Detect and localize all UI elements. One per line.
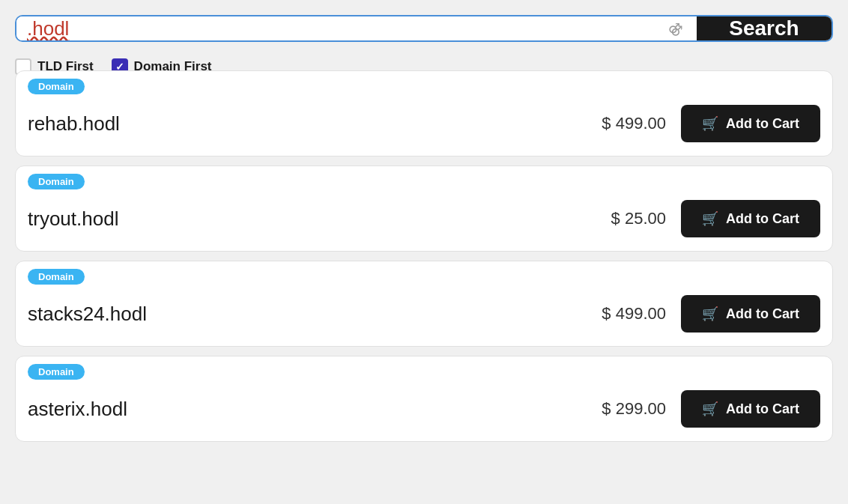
card-content: tryout.hodl $ 25.00 🛒 Add to Cart <box>16 189 832 251</box>
add-to-cart-button[interactable]: 🛒 Add to Cart <box>681 295 820 333</box>
add-to-cart-label: Add to Cart <box>726 116 799 132</box>
price: $ 25.00 <box>611 209 666 228</box>
add-to-cart-button[interactable]: 🛒 Add to Cart <box>681 105 820 142</box>
search-input[interactable] <box>27 17 665 40</box>
card-content: stacks24.hodl $ 499.00 🛒 Add to Cart <box>16 285 832 346</box>
badge-row: Domain <box>16 356 832 380</box>
search-input-wrapper: ⚣ <box>16 16 697 40</box>
domain-name: tryout.hodl <box>28 207 118 231</box>
add-to-cart-button[interactable]: 🛒 Add to Cart <box>681 390 820 428</box>
results-list: Domain rehab.hodl $ 499.00 🛒 Add to Cart… <box>15 93 833 442</box>
price-cart: $ 499.00 🛒 Add to Cart <box>602 105 820 142</box>
result-card: Domain tryout.hodl $ 25.00 🛒 Add to Cart <box>15 166 833 252</box>
domain-badge: Domain <box>28 174 85 189</box>
cart-icon: 🛒 <box>702 306 718 322</box>
add-to-cart-label: Add to Cart <box>726 306 799 322</box>
clear-icon[interactable]: ⚣ <box>665 17 686 40</box>
search-bar: ⚣ Search <box>15 15 833 42</box>
badge-row: Domain <box>16 261 832 285</box>
price-cart: $ 25.00 🛒 Add to Cart <box>611 200 820 237</box>
cart-icon: 🛒 <box>702 210 718 227</box>
add-to-cart-label: Add to Cart <box>726 211 799 227</box>
domain-badge: Domain <box>28 269 85 285</box>
domain-badge: Domain <box>28 79 85 94</box>
cart-icon: 🛒 <box>702 115 718 132</box>
result-card: Domain stacks24.hodl $ 499.00 🛒 Add to C… <box>15 261 833 347</box>
result-card: Domain asterix.hodl $ 299.00 🛒 Add to Ca… <box>15 356 833 442</box>
add-to-cart-button[interactable]: 🛒 Add to Cart <box>681 200 820 237</box>
price-cart: $ 499.00 🛒 Add to Cart <box>602 295 820 333</box>
result-card: Domain rehab.hodl $ 499.00 🛒 Add to Cart <box>15 70 833 157</box>
domain-name: stacks24.hodl <box>28 303 147 326</box>
card-content: asterix.hodl $ 299.00 🛒 Add to Cart <box>16 380 832 441</box>
price: $ 499.00 <box>602 114 666 133</box>
price-cart: $ 299.00 🛒 Add to Cart <box>602 390 820 428</box>
domain-name: asterix.hodl <box>28 398 127 421</box>
add-to-cart-label: Add to Cart <box>726 401 799 417</box>
card-content: rehab.hodl $ 499.00 🛒 Add to Cart <box>16 94 832 156</box>
domain-name: rehab.hodl <box>28 112 120 136</box>
badge-row: Domain <box>16 71 832 94</box>
price: $ 299.00 <box>602 399 666 419</box>
badge-row: Domain <box>16 166 832 189</box>
price: $ 499.00 <box>602 304 666 324</box>
cart-icon: 🛒 <box>702 401 718 417</box>
domain-badge: Domain <box>28 364 85 380</box>
search-button[interactable]: Search <box>697 16 832 40</box>
